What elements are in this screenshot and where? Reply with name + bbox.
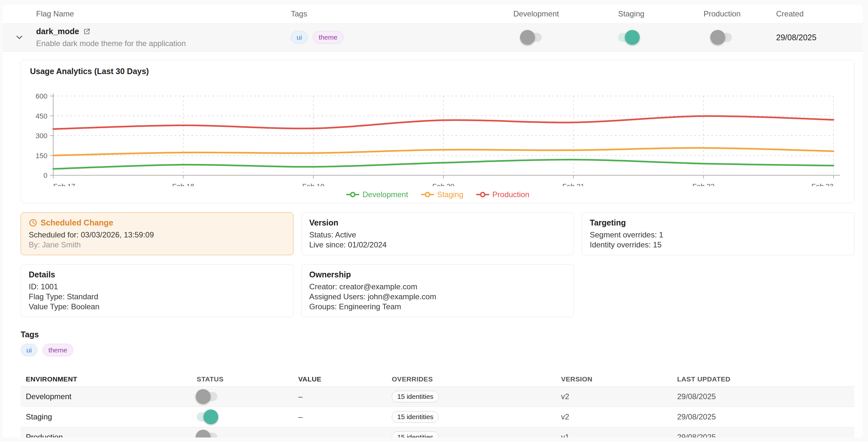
production-status-toggle[interactable] xyxy=(197,433,217,438)
flag-detail-section: Usage Analytics (Last 30 Days) 015030045… xyxy=(3,52,863,438)
ownership-groups: Groups: Engineering Team xyxy=(309,302,566,311)
env-name: Production xyxy=(21,433,191,438)
toggle-knob xyxy=(196,430,211,438)
env-header-overrides: OVERRIDES xyxy=(386,375,556,383)
details-card: Details ID: 1001 Flag Type: Standard Val… xyxy=(21,264,293,317)
development-toggle[interactable] xyxy=(521,33,542,42)
created-date: 29/08/2025 xyxy=(776,33,816,42)
header-production: Production xyxy=(704,9,776,19)
svg-text:Feb 18: Feb 18 xyxy=(172,182,194,186)
clock-icon xyxy=(29,218,37,227)
flag-table-header: Flag Name Tags Development Staging Produ… xyxy=(3,4,863,23)
env-row-staging: Staging – 15 identities v2 29/08/2025 xyxy=(21,407,855,427)
svg-text:Feb 23: Feb 23 xyxy=(812,182,834,186)
svg-text:Feb 21: Feb 21 xyxy=(562,182,585,186)
tag-pill-theme[interactable]: theme xyxy=(42,344,73,356)
svg-text:450: 450 xyxy=(35,112,48,120)
env-name: Development xyxy=(21,392,191,401)
env-last-updated: 29/08/2025 xyxy=(672,412,855,421)
staging-status-toggle[interactable] xyxy=(197,412,217,421)
targeting-card-title: Targeting xyxy=(590,218,846,228)
legend-marker-icon xyxy=(421,191,435,198)
tags-section: Tags ui theme xyxy=(21,330,855,356)
flag-name-link[interactable]: dark_mode xyxy=(36,27,79,36)
env-row-development: Development – 15 identities v2 29/08/202… xyxy=(21,386,855,407)
scheduled-change-title: Scheduled Change xyxy=(41,218,113,228)
env-last-updated: 29/08/2025 xyxy=(672,392,855,401)
flag-detail-panel: Flag Name Tags Development Staging Produ… xyxy=(3,4,863,438)
identities-badge[interactable]: 15 identities xyxy=(392,431,439,438)
toggle-knob xyxy=(710,30,725,45)
legend-item-staging: Staging xyxy=(421,190,463,199)
toggle-knob xyxy=(196,389,211,404)
env-header-value: VALUE xyxy=(293,375,386,383)
env-row-production: Production – 15 identities v1 29/08/2025 xyxy=(21,427,855,438)
flag-row-dark-mode: dark_mode Enable dark mode theme for the… xyxy=(3,23,863,52)
header-development: Development xyxy=(513,9,618,19)
tag-pill-ui[interactable]: ui xyxy=(291,31,308,43)
env-version: v2 xyxy=(556,392,672,401)
targeting-card: Targeting Segment overrides: 1 Identity … xyxy=(582,212,855,255)
svg-text:Feb 20: Feb 20 xyxy=(432,182,455,186)
env-last-updated: 29/08/2025 xyxy=(672,433,855,438)
version-card: Version Status: Active Live since: 01/02… xyxy=(301,212,574,255)
env-header-environment: ENVIRONMENT xyxy=(21,375,191,383)
svg-text:Feb 22: Feb 22 xyxy=(692,182,715,186)
staging-toggle[interactable] xyxy=(618,33,639,42)
env-name: Staging xyxy=(21,412,191,421)
development-status-toggle[interactable] xyxy=(197,392,217,401)
svg-text:150: 150 xyxy=(35,152,48,160)
svg-text:0: 0 xyxy=(43,171,48,179)
identity-overrides: Identity overrides: 15 xyxy=(590,240,846,250)
svg-text:300: 300 xyxy=(35,132,48,140)
toggle-knob xyxy=(204,409,218,424)
ownership-assigned-users: Assigned Users: john@example.com xyxy=(309,292,566,302)
details-id: ID: 1001 xyxy=(29,281,285,292)
production-toggle[interactable] xyxy=(711,33,732,42)
identities-badge[interactable]: 15 identities xyxy=(392,411,439,423)
details-flag-type: Flag Type: Standard xyxy=(29,292,285,302)
details-card-title: Details xyxy=(29,270,285,279)
ownership-creator: Creator: creator@example.com xyxy=(309,281,566,292)
env-version: v2 xyxy=(556,412,672,421)
version-card-title: Version xyxy=(309,218,566,228)
svg-text:600: 600 xyxy=(35,92,48,100)
env-version: v1 xyxy=(556,433,672,438)
legend-marker-icon xyxy=(346,191,360,198)
environment-table: ENVIRONMENT STATUS VALUE OVERRIDES VERSI… xyxy=(21,372,855,438)
legend-label: Production xyxy=(492,190,529,199)
env-header-last-updated: LAST UPDATED xyxy=(672,375,855,383)
tag-pill-ui[interactable]: ui xyxy=(21,344,37,356)
usage-chart: 0150300450600Feb 17Feb 18Feb 19Feb 20Feb… xyxy=(30,80,845,186)
scheduled-for-text: Scheduled for: 03/03/2026, 13:59:09 xyxy=(29,230,285,240)
collapse-chevron-icon[interactable] xyxy=(14,33,24,42)
svg-text:Feb 17: Feb 17 xyxy=(53,182,75,186)
chart-legend: DevelopmentStagingProduction xyxy=(30,188,845,202)
details-value-type: Value Type: Boolean xyxy=(29,302,285,311)
toggle-knob xyxy=(625,30,640,45)
scheduled-change-card: Scheduled Change Scheduled for: 03/03/20… xyxy=(21,212,293,255)
env-header-version: VERSION xyxy=(556,375,672,383)
environment-table-header: ENVIRONMENT STATUS VALUE OVERRIDES VERSI… xyxy=(21,372,855,386)
tag-pill-theme[interactable]: theme xyxy=(313,31,343,43)
ownership-card: Ownership Creator: creator@example.com A… xyxy=(301,264,574,317)
header-staging: Staging xyxy=(618,9,704,19)
external-link-icon[interactable] xyxy=(83,28,91,35)
env-value: – xyxy=(293,412,386,421)
env-value: – xyxy=(293,433,386,438)
ownership-card-title: Ownership xyxy=(309,270,566,279)
legend-label: Development xyxy=(363,190,408,199)
version-status: Status: Active xyxy=(309,230,566,240)
header-created: Created xyxy=(776,9,863,19)
toggle-knob xyxy=(520,30,535,45)
chart-title: Usage Analytics (Last 30 Days) xyxy=(30,67,845,76)
legend-item-production: Production xyxy=(475,190,529,199)
svg-text:Feb 19: Feb 19 xyxy=(302,182,324,186)
identities-badge[interactable]: 15 identities xyxy=(392,391,439,402)
usage-analytics-card: Usage Analytics (Last 30 Days) 015030045… xyxy=(21,60,855,203)
legend-label: Staging xyxy=(437,190,463,199)
env-header-status: STATUS xyxy=(191,375,293,383)
scheduled-by-text: By: Jane Smith xyxy=(29,240,285,250)
version-live-since: Live since: 01/02/2024 xyxy=(309,240,566,250)
legend-marker-icon xyxy=(475,191,490,198)
